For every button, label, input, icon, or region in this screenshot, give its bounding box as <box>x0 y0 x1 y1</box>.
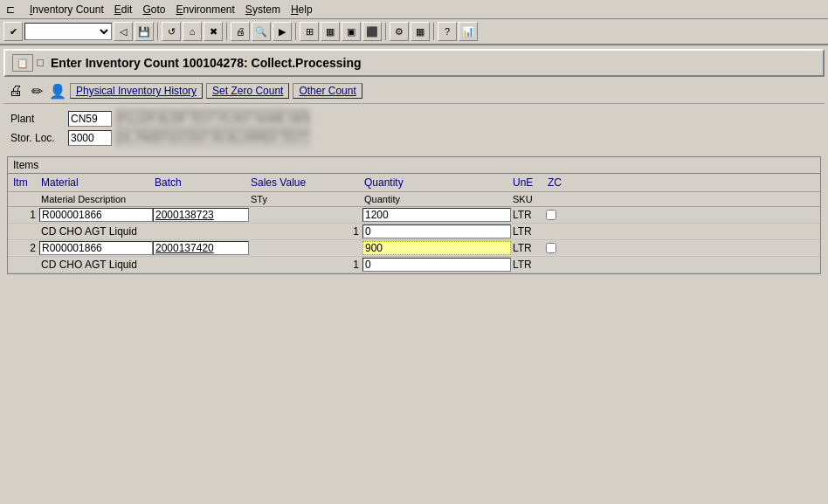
row2-sales-value-spacer <box>249 247 345 249</box>
menu-goto[interactable]: Goto <box>137 2 170 17</box>
row1-une2: LTR <box>511 224 546 238</box>
subcol-sty: STy <box>249 193 345 205</box>
settings-button[interactable]: ⚙ <box>390 22 409 41</box>
col-sales-value: Sales Value <box>249 176 345 190</box>
toolbar: ✔ ◁ 💾 ↺ ⌂ ✖ 🖨 🔍 ▶ ⊞ ▦ ▣ ⬛ ⚙ ▦ ? 📊 <box>0 19 828 45</box>
app-icon: ⊏ <box>3 3 17 17</box>
main-content: 📋 Enter Inventory Count 100104278: Colle… <box>0 45 828 504</box>
layout2-button[interactable]: ▦ <box>321 22 340 41</box>
row1-quantity[interactable] <box>362 208 511 222</box>
menu-system[interactable]: System <box>240 2 286 17</box>
refresh-button[interactable]: ↺ <box>162 22 181 41</box>
grid-button[interactable]: ▦ <box>411 22 430 41</box>
layout3-button[interactable]: ▣ <box>342 22 361 41</box>
row1-material[interactable] <box>39 208 153 222</box>
icon-symbol: 📋 <box>17 58 29 69</box>
separator-5 <box>433 23 434 40</box>
menu-bar: ⊏ Inventory Count Edit Goto Environment … <box>0 0 828 19</box>
checkmark-button[interactable]: ✔ <box>3 22 23 41</box>
menu-inventory-count[interactable]: Inventory Count <box>24 2 109 17</box>
row2-sty: 1 <box>345 258 362 272</box>
find-button[interactable]: 🔍 <box>252 22 271 41</box>
subcol-qty: Quantity <box>362 193 511 205</box>
table-row-desc: 1 LTR <box>8 224 820 240</box>
plant-code-field[interactable] <box>68 111 112 127</box>
document-icon: 📋 <box>12 54 33 72</box>
separator-1 <box>157 23 158 40</box>
set-zero-count-button[interactable]: Set Zero Count <box>206 83 289 99</box>
table-row: 1 LTR <box>8 207 820 224</box>
table-header: Itm Material Batch Sales Value Quantity … <box>8 174 820 192</box>
edit-icon[interactable]: ✏ <box>28 82 45 100</box>
col-material: Material <box>39 176 153 190</box>
col-itm: Itm <box>11 176 39 190</box>
row2-qty2[interactable] <box>362 258 511 272</box>
row1-spacer <box>345 214 362 216</box>
cancel-button[interactable]: ✖ <box>204 22 223 41</box>
row2-spacer2 <box>546 258 572 272</box>
subcol-mat-desc: Material Description <box>39 193 153 205</box>
plant-label: Plant <box>10 113 63 125</box>
separator-2 <box>226 23 227 40</box>
row1-sales-value-spacer <box>249 214 345 216</box>
separator-4 <box>385 23 386 40</box>
stor-loc-row: Stor. Loc. HL PM/EFG/CONT INI BLURRED TE… <box>10 130 818 146</box>
menu-help[interactable]: Help <box>286 2 318 17</box>
table-subheader: Material Description STy Quantity SKU <box>8 192 820 207</box>
menu-edit[interactable]: Edit <box>109 2 138 17</box>
row1-spacer2 <box>546 224 572 238</box>
small-icon <box>37 59 44 66</box>
menu-environment[interactable]: Environment <box>170 2 239 17</box>
other-count-button[interactable]: Other Count <box>293 83 362 99</box>
col-une: UnE <box>511 176 546 190</box>
layout4-button[interactable]: ⬛ <box>362 22 382 41</box>
print2-icon[interactable]: 🖨 <box>7 82 24 100</box>
stor-loc-code-field[interactable] <box>68 130 112 146</box>
row1-desc[interactable] <box>39 224 345 238</box>
print-button[interactable]: 🖨 <box>231 22 250 41</box>
table-row-desc: 1 LTR <box>8 257 820 273</box>
command-field[interactable] <box>24 23 112 40</box>
form-section: Plant FILLER BLDR TEXT PLANT NAME HERE L… <box>3 107 825 153</box>
stor-loc-label: Stor. Loc. <box>10 132 63 144</box>
row2-material[interactable] <box>39 241 153 255</box>
stor-loc-name-field: HL PM/EFG/CONT INI BLURRED TEXT <box>117 130 309 146</box>
save-button[interactable]: 💾 <box>135 22 154 41</box>
items-section: Items Itm Material Batch Sales Value Qua… <box>7 156 821 274</box>
find-next-button[interactable]: ▶ <box>273 22 292 41</box>
row2-itm: 2 <box>11 241 39 255</box>
home-button[interactable]: ⌂ <box>183 22 202 41</box>
back-button[interactable]: ◁ <box>114 22 133 41</box>
col-quantity: Quantity <box>362 176 511 190</box>
subcol-spacer2 <box>153 193 249 205</box>
row2-zc[interactable] <box>546 243 556 253</box>
row2-une2: LTR <box>511 258 546 272</box>
help-button[interactable]: ? <box>438 22 457 41</box>
row1-itm: 1 <box>11 208 39 222</box>
action-bar: 🖨 ✏ 👤 Physical Inventory History Set Zer… <box>3 80 825 104</box>
subcol-sku: SKU <box>511 193 546 205</box>
row2-desc[interactable] <box>39 258 345 272</box>
row1-qty2[interactable] <box>362 224 511 238</box>
title-panel: 📋 Enter Inventory Count 100104278: Colle… <box>3 49 825 77</box>
row1-zc[interactable] <box>546 210 556 220</box>
table-row: 2 LTR <box>8 240 820 257</box>
row2-desc-spacer <box>11 258 39 272</box>
row2-une: LTR <box>511 241 546 255</box>
subcol-spacer4 <box>546 193 572 205</box>
layout-button[interactable]: ⊞ <box>300 22 319 41</box>
col-batch: Batch <box>153 176 249 190</box>
info-button[interactable]: 📊 <box>459 22 478 41</box>
separator-3 <box>295 23 296 40</box>
user-icon[interactable]: 👤 <box>49 82 66 100</box>
col-spacer <box>345 176 362 190</box>
row1-batch[interactable] <box>153 208 249 222</box>
plant-name-field: FILLER BLDR TEXT PLANT NAME HERE LONG <box>117 111 309 127</box>
col-zc: ZC <box>546 176 572 190</box>
items-header: Items <box>8 157 820 174</box>
row2-batch[interactable] <box>153 241 249 255</box>
row2-spacer <box>345 247 362 249</box>
physical-inventory-history-button[interactable]: Physical Inventory History <box>70 83 203 99</box>
page-title: Enter Inventory Count 100104278: Collect… <box>51 56 362 70</box>
row2-quantity[interactable] <box>362 241 511 255</box>
